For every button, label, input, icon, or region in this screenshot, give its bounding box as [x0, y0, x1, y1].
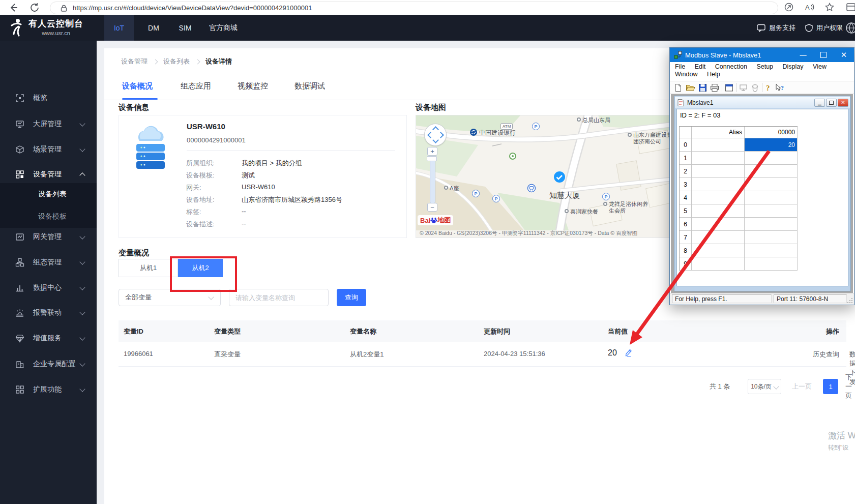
grid-cell-alias-0[interactable] — [692, 138, 745, 152]
support-button[interactable]: 服务支持 — [757, 15, 795, 41]
map-zoom-out-button[interactable]: − — [427, 203, 437, 212]
map-zoom-slider[interactable] — [430, 156, 435, 204]
pagination-prev[interactable]: 上一页 — [792, 379, 812, 394]
history-query-link[interactable]: 历史查询 — [813, 350, 839, 359]
browser-extra-button[interactable] — [845, 2, 855, 14]
sidebar-item-alarm[interactable]: 报警联动 — [0, 300, 97, 325]
browser-read-aloud-button[interactable]: A — [804, 2, 816, 14]
tab-video-monitor[interactable]: 视频监控 — [238, 81, 268, 91]
grid-cell[interactable] — [692, 257, 745, 271]
sidebar-item-bigscreen[interactable]: 大屏管理 — [0, 111, 97, 137]
browser-share-button[interactable] — [783, 2, 795, 14]
pagination-page-1[interactable]: 1 — [823, 379, 838, 394]
grid-cell-value-0-selected[interactable]: 20 — [745, 138, 798, 152]
brand[interactable]: 有人云控制台 www.usr.cn — [7, 17, 83, 37]
sidebar-item-configuration[interactable]: 组态管理 — [0, 250, 97, 275]
grid-cell[interactable] — [745, 231, 798, 244]
map-pan-control[interactable] — [424, 124, 447, 146]
globe-icon[interactable] — [845, 22, 855, 34]
url-bar[interactable]: https://mp.usr.cn/#/cloud/device/ViewDev… — [50, 2, 778, 14]
grid-cell[interactable] — [745, 204, 798, 218]
grid-cell[interactable] — [745, 178, 798, 191]
sidebar-item-scene[interactable]: 场景管理 — [0, 137, 97, 162]
grid-cell[interactable] — [745, 218, 798, 231]
browser-back-button[interactable] — [7, 2, 19, 14]
modbus-titlebar[interactable]: Modbus Slave - Mbslave1 — ✕ — [670, 48, 854, 62]
display-window-icon[interactable] — [725, 83, 733, 92]
nav-tab-sim[interactable]: SIM — [171, 15, 199, 41]
slave1-tab[interactable]: 从机1 — [119, 259, 178, 277]
search-button[interactable]: 查询 — [337, 289, 366, 306]
chevron-down-icon — [208, 294, 214, 300]
baidu-map[interactable]: 总局山东局 ATM P 中国建设银行 P P P A座 知慧大厦 喜润家快餐 山… — [416, 115, 679, 238]
sidebar-item-value-services[interactable]: 增值服务 — [0, 325, 97, 351]
grid-cell[interactable] — [692, 231, 745, 244]
svg-text:?: ? — [766, 84, 770, 92]
new-file-icon[interactable] — [674, 83, 683, 92]
minimize-button[interactable]: — — [793, 48, 813, 62]
grid-cell[interactable] — [692, 165, 745, 178]
gateway-icon — [15, 232, 24, 242]
grid-cell[interactable] — [745, 165, 798, 178]
help-icon[interactable]: ? — [765, 83, 772, 92]
menu-help[interactable]: Help — [707, 71, 720, 78]
menu-view[interactable]: View — [813, 63, 827, 70]
tab-scada-app[interactable]: 组态应用 — [181, 81, 211, 91]
open-file-icon[interactable] — [686, 83, 695, 92]
doc-restore-button[interactable] — [826, 99, 837, 107]
disconnect-icon-disabled[interactable] — [751, 83, 759, 92]
variable-search-input[interactable] — [229, 289, 329, 306]
grid-cell[interactable] — [745, 244, 798, 257]
menu-connection[interactable]: Connection — [715, 63, 747, 70]
sidebar-item-enterprise-config[interactable]: 企业专属配置 — [0, 351, 97, 377]
tab-device-overview[interactable]: 设备概况 — [122, 81, 153, 91]
menu-edit[interactable]: Edit — [695, 63, 706, 70]
grid-cell[interactable] — [692, 204, 745, 218]
menu-file[interactable]: File — [675, 63, 685, 70]
breadcrumb-device-mgmt[interactable]: 设备管理 — [121, 57, 148, 66]
pagination-next[interactable]: 下一页 — [845, 379, 855, 394]
doc-close-button[interactable]: ✕ — [838, 99, 848, 107]
map-zoom-in-button[interactable]: + — [427, 147, 437, 156]
breadcrumb-device-list[interactable]: 设备列表 — [163, 57, 190, 66]
menu-setup[interactable]: Setup — [756, 63, 773, 70]
save-icon[interactable] — [698, 83, 707, 92]
page-size-select[interactable]: 10条/页 — [748, 379, 781, 394]
field-value-template: 测试 — [242, 171, 255, 180]
sidebar-item-device-list[interactable]: 设备列表 — [0, 183, 97, 205]
grid-cell[interactable] — [692, 218, 745, 231]
nav-tab-mall[interactable]: 官方商城 — [203, 15, 244, 41]
menu-display[interactable]: Display — [783, 63, 804, 70]
grid-cell[interactable] — [692, 244, 745, 257]
browser-favorite-button[interactable] — [824, 2, 836, 14]
map-zoom-knob[interactable] — [427, 156, 437, 161]
sidebar-item-overview[interactable]: 概览 — [0, 85, 97, 111]
nav-tab-dm[interactable]: DM — [141, 15, 166, 41]
modbus-register-grid[interactable]: Alias 00000 020 1 2 3 4 5 6 7 8 9 — [679, 126, 798, 271]
grid-cell[interactable] — [745, 152, 798, 165]
grid-cell[interactable] — [745, 191, 798, 204]
print-icon[interactable] — [710, 83, 719, 92]
edit-value-icon[interactable] — [625, 348, 632, 357]
mbslave1-document-window[interactable]: Mbslave1 ▁ ✕ ID = 2: F = 03 Alias 00000 … — [674, 96, 851, 291]
close-button[interactable]: ✕ — [834, 48, 854, 62]
menu-window[interactable]: Window — [675, 71, 697, 78]
mbslave1-titlebar[interactable]: Mbslave1 ▁ ✕ — [675, 97, 850, 108]
context-help-icon[interactable]: ? — [775, 83, 785, 92]
grid-cell[interactable] — [692, 152, 745, 165]
doc-minimize-button[interactable]: ▁ — [814, 99, 825, 107]
resize-grip[interactable] — [847, 298, 853, 304]
grid-cell[interactable] — [745, 257, 798, 271]
sidebar-item-gateway[interactable]: 网关管理 — [0, 224, 97, 250]
sidebar-item-extensions[interactable]: 扩展功能 — [0, 377, 97, 402]
sidebar-item-data-center[interactable]: 数据中心 — [0, 275, 97, 301]
modbus-slave-window[interactable]: Modbus Slave - Mbslave1 — ✕ File Edit Co… — [669, 47, 854, 305]
grid-cell[interactable] — [692, 191, 745, 204]
nav-tab-iot[interactable]: IoT — [104, 15, 134, 41]
grid-cell[interactable] — [692, 178, 745, 191]
connect-icon-disabled[interactable] — [739, 83, 748, 92]
user-rights-button[interactable]: 用户权限 — [805, 15, 843, 41]
maximize-button[interactable] — [813, 48, 834, 62]
browser-refresh-button[interactable] — [28, 2, 41, 14]
tab-data-debug[interactable]: 数据调试 — [294, 81, 325, 91]
